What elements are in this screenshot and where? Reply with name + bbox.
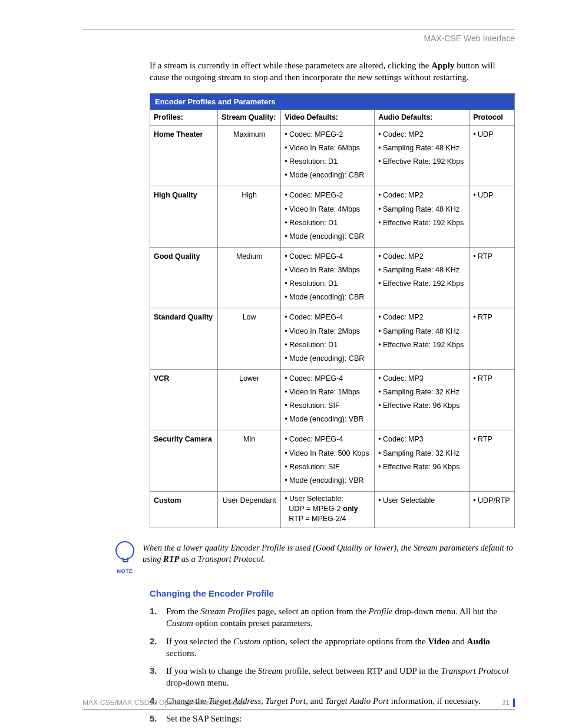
note-block: NOTE When the a lower quality Encoder Pr… [107, 541, 515, 575]
cell-profile: Good Quality [150, 247, 218, 308]
cell-video: • Codec: MPEG-2• Video In Rate: 6Mbps• R… [281, 125, 375, 186]
table-row: Good QualityMedium• Codec: MPEG-4• Video… [150, 247, 515, 308]
note-label: NOTE [107, 568, 143, 575]
cell-audio: • Codec: MP3• Sampling Rate: 32 KHz• Eff… [375, 369, 470, 430]
cell-video: • User Selectable: UDP = MPEG-2 only RTP… [281, 491, 375, 528]
table-row: Standard QualityLow• Codec: MPEG-4• Vide… [150, 308, 515, 370]
note-icon: NOTE [107, 541, 143, 575]
header-rule [82, 29, 515, 30]
table-row: High QualityHigh• Codec: MPEG-2• Video I… [150, 186, 515, 248]
cell-protocol: • RTP [470, 369, 515, 430]
cell-protocol: • UDP [470, 125, 515, 186]
cell-profile: Standard Quality [150, 308, 218, 370]
cell-audio: • Codec: MP2• Sampling Rate: 48 KHz• Eff… [375, 186, 470, 248]
step-3: If you wish to change the Stream profile… [150, 665, 515, 689]
table-title: Encoder Profiles and Parameters [150, 93, 515, 110]
col-video-defaults: Video Defaults: [281, 110, 375, 126]
cell-profile: Home Theater [150, 125, 218, 186]
cell-protocol: • RTP [470, 247, 515, 308]
step-2: If you selected the Custom option, selec… [150, 635, 515, 660]
cell-audio: • Codec: MP3• Sampling Rate: 32 KHz• Eff… [375, 430, 470, 492]
table-row: Home TheaterMaximum• Codec: MPEG-2• Vide… [150, 125, 515, 186]
cell-profile: Security Camera [150, 430, 218, 492]
cell-quality: User Dependant [218, 491, 281, 528]
section-heading: Changing the Encoder Profile [150, 588, 515, 599]
cell-audio: • User Selectable [375, 491, 470, 528]
cell-quality: Maximum [218, 125, 281, 186]
cell-profile: Custom [150, 491, 218, 528]
page-footer: MAX-CSE/MAX-CSD10 Operation/Reference Gu… [82, 699, 515, 707]
cell-quality: Low [218, 308, 281, 370]
col-profiles: Profiles: [150, 110, 218, 126]
cell-video: • Codec: MPEG-4• Video In Rate: 2Mbps• R… [281, 308, 375, 370]
note-text: When the a lower quality Encoder Profile… [143, 541, 515, 565]
col-stream-quality: Stream Quality: [218, 110, 281, 126]
cell-video: • Codec: MPEG-4• Video In Rate: 1Mbps• R… [281, 369, 375, 430]
cell-video: • Codec: MPEG-4• Video In Rate: 500 Kbps… [281, 430, 375, 492]
cell-video: • Codec: MPEG-2• Video In Rate: 4Mbps• R… [281, 186, 375, 248]
cell-quality: High [218, 186, 281, 248]
cell-protocol: • RTP [470, 308, 515, 370]
cell-audio: • Codec: MP2• Sampling Rate: 48 KHz• Eff… [375, 247, 470, 308]
step-5: Set the SAP Settings: [150, 713, 515, 724]
col-protocol: Protocol [470, 110, 515, 126]
lightbulb-icon [115, 541, 134, 560]
cell-profile: High Quality [150, 186, 218, 248]
cell-protocol: • UDP/RTP [470, 491, 515, 528]
cell-protocol: • RTP [470, 430, 515, 492]
step-1: From the Stream Profiles page, select an… [150, 605, 515, 630]
intro-paragraph: If a stream is currently in effect while… [150, 60, 515, 84]
intro-pre: If a stream is currently in effect while… [150, 61, 431, 70]
header-title: MAX-CSE Web Interface [82, 34, 515, 43]
table-row: CustomUser Dependant• User Selectable: U… [150, 491, 515, 528]
cell-video: • Codec: MPEG-4• Video In Rate: 3Mbps• R… [281, 247, 375, 308]
table-row: Security CameraMin• Codec: MPEG-4• Video… [150, 430, 515, 492]
cell-profile: VCR [150, 369, 218, 430]
encoder-profiles-table: Encoder Profiles and Parameters Profiles… [150, 93, 515, 528]
footer-rule [82, 709, 515, 710]
intro-bold: Apply [431, 61, 454, 70]
cell-quality: Medium [218, 247, 281, 308]
cell-protocol: • UDP [470, 186, 515, 248]
cell-quality: Lower [218, 369, 281, 430]
footer-page-number: 31 [502, 699, 515, 707]
col-audio-defaults: Audio Defaults: [375, 110, 470, 126]
cell-audio: • Codec: MP2• Sampling Rate: 48 KHz• Eff… [375, 308, 470, 370]
table-row: VCRLower• Codec: MPEG-4• Video In Rate: … [150, 369, 515, 430]
cell-audio: • Codec: MP2• Sampling Rate: 48 KHz• Eff… [375, 125, 470, 186]
cell-quality: Min [218, 430, 281, 492]
footer-guide: MAX-CSE/MAX-CSD10 Operation/Reference Gu… [82, 699, 246, 707]
